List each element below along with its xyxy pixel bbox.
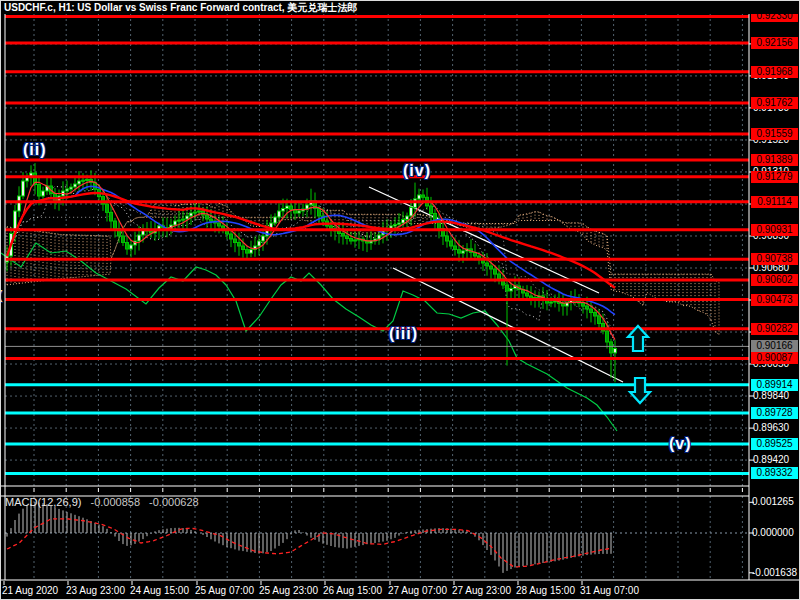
candle (346, 236, 349, 239)
candle (318, 209, 321, 217)
candle (278, 211, 281, 217)
candle (18, 196, 21, 211)
candle (230, 234, 233, 239)
candle (494, 269, 497, 274)
candle (462, 251, 465, 253)
candle (246, 250, 249, 254)
candle (378, 235, 381, 239)
window-title: USDCHF.c, H1: US Dollar vs Swiss Franc F… (1, 1, 799, 14)
candle (610, 342, 613, 353)
candle (506, 285, 509, 291)
candle (114, 221, 117, 229)
window-title-text: USDCHF.c, H1: US Dollar vs Swiss Franc F… (4, 2, 357, 13)
candle (446, 236, 449, 241)
candle (122, 236, 125, 243)
candle (298, 211, 301, 213)
candle (286, 206, 289, 209)
candle (450, 241, 453, 246)
candle (550, 302, 553, 303)
candle (582, 303, 585, 306)
candle (130, 245, 133, 249)
candles (6, 163, 617, 382)
candle (82, 180, 85, 181)
candle (70, 187, 73, 189)
candle (182, 219, 185, 220)
candle (290, 206, 293, 210)
candle (562, 303, 565, 306)
candle (210, 219, 213, 221)
candle (410, 208, 413, 217)
grid-lines (5, 12, 749, 580)
candle (282, 209, 285, 212)
candle (238, 243, 241, 247)
candle (218, 223, 221, 226)
candle (606, 331, 609, 342)
macd-signal-line (7, 519, 611, 567)
candle (598, 316, 601, 324)
candle (486, 263, 489, 266)
candle (66, 189, 69, 191)
candle (394, 225, 397, 226)
candle (398, 223, 401, 224)
candle (526, 293, 529, 296)
candle (258, 241, 261, 246)
candle (338, 231, 341, 234)
candle (198, 211, 201, 212)
candle (458, 250, 461, 254)
chart-canvas[interactable] (1, 1, 800, 600)
candle (38, 185, 41, 197)
candle (402, 220, 405, 224)
candle (342, 234, 345, 237)
macd-panel (7, 502, 611, 573)
candle (126, 243, 129, 250)
candle (106, 204, 109, 212)
candle (86, 179, 89, 180)
candle (406, 216, 409, 220)
candle (422, 195, 425, 197)
candle (234, 239, 237, 243)
candle (354, 240, 357, 241)
candle (274, 217, 277, 223)
candle (242, 246, 245, 250)
candle (206, 215, 209, 219)
candle (430, 206, 433, 214)
candle (262, 236, 265, 241)
candle (250, 250, 253, 254)
candle (78, 181, 81, 184)
candle (614, 349, 617, 353)
candle (110, 212, 113, 221)
candle (490, 266, 493, 269)
candle (306, 205, 309, 209)
candle (418, 195, 421, 199)
candle (174, 221, 177, 225)
candle (22, 181, 25, 196)
down-arrow[interactable] (630, 378, 650, 403)
candle (178, 220, 181, 221)
chart-window: USDCHF.c, H1: US Dollar vs Swiss Franc F… (0, 0, 800, 600)
candle (454, 246, 457, 250)
candle (590, 309, 593, 313)
candle (330, 226, 333, 229)
candle (42, 191, 45, 196)
candle (190, 213, 193, 216)
candle (510, 289, 513, 292)
candle (194, 212, 197, 213)
candle (138, 235, 141, 241)
candle (594, 313, 597, 317)
candle (74, 184, 77, 187)
candle (350, 239, 353, 242)
candle (586, 306, 589, 309)
candle (498, 274, 501, 279)
candle (186, 216, 189, 219)
